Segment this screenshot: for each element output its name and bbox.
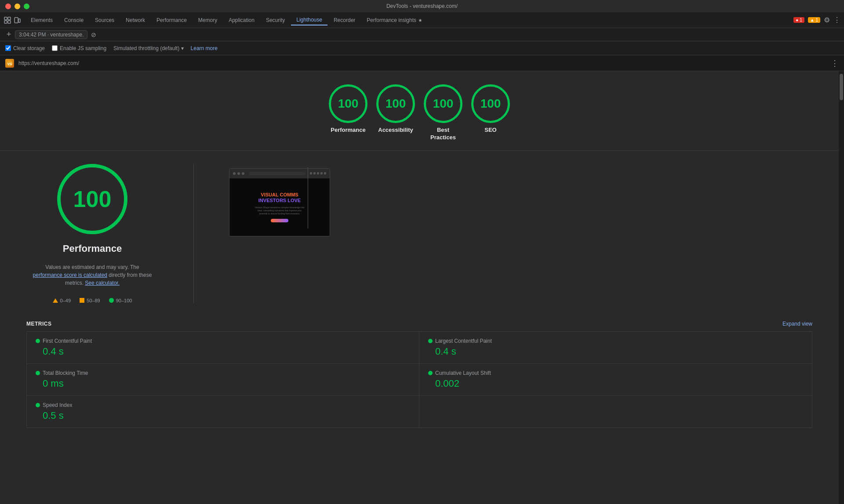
- tab-lighthouse[interactable]: Lighthouse: [291, 15, 327, 25]
- perf-score-link[interactable]: performance score is calculated: [33, 272, 107, 278]
- inspect-icon[interactable]: [4, 16, 11, 24]
- calculator-link[interactable]: See calculator.: [85, 280, 120, 286]
- si-dot: [36, 403, 40, 407]
- svg-rect-0: [4, 17, 7, 20]
- add-tab-button[interactable]: +: [4, 30, 13, 39]
- enable-js-checkbox[interactable]: [52, 45, 58, 51]
- tab-memory[interactable]: Memory: [193, 15, 222, 25]
- svg-rect-2: [4, 21, 7, 23]
- metric-lcp-value: 0.4 s: [428, 346, 803, 357]
- tab-performance[interactable]: Performance: [151, 15, 192, 25]
- legend-pass: 90–100: [109, 298, 132, 303]
- session-selector[interactable]: 3:04:42 PM · ventureshape.: [15, 30, 87, 39]
- metric-si-value: 0.5 s: [36, 410, 410, 421]
- fail-icon: [53, 298, 58, 303]
- score-best-practices: 100 BestPractices: [424, 84, 462, 141]
- close-button[interactable]: [5, 4, 11, 9]
- score-seo: 100 SEO: [471, 84, 510, 141]
- learn-more-link[interactable]: Learn more: [191, 45, 218, 51]
- detail-title: Performance: [63, 243, 122, 254]
- svg-rect-5: [18, 19, 20, 22]
- tab-performance-insights[interactable]: Performance insights: [361, 15, 428, 25]
- site-thumbnail: VISUAL COMMS INVESTORS LOVE Venture Shap…: [229, 168, 330, 236]
- error-badge: ● 1: [793, 17, 804, 23]
- seo-label: SEO: [484, 127, 496, 134]
- maximize-button[interactable]: [24, 4, 29, 9]
- enable-js-label: Enable JS sampling: [60, 45, 106, 51]
- tab-network[interactable]: Network: [120, 15, 150, 25]
- cls-dot: [428, 371, 433, 375]
- scrollbar-thumb[interactable]: [840, 74, 843, 100]
- more-options-icon[interactable]: ⋮: [833, 16, 840, 24]
- enable-js-option[interactable]: Enable JS sampling: [52, 45, 106, 51]
- metric-fcp-value: 0.4 s: [36, 346, 410, 357]
- svg-text:VS: VS: [7, 62, 12, 66]
- expand-view-button[interactable]: Expand view: [782, 321, 812, 327]
- scores-row: 100 Performance 100 Accessibility 100 Be…: [0, 71, 839, 150]
- main-content: 100 Performance 100 Accessibility 100 Be…: [0, 71, 844, 504]
- svg-rect-1: [8, 17, 11, 20]
- accessibility-circle[interactable]: 100: [376, 84, 415, 123]
- cancel-button[interactable]: ⊘: [89, 30, 98, 39]
- score-legend: 0–49 50–89 90–100: [53, 298, 132, 303]
- metric-tbt: Total Blocking Time 0 ms: [27, 364, 419, 396]
- tab-console[interactable]: Console: [59, 15, 89, 25]
- clear-storage-checkbox[interactable]: [5, 45, 11, 51]
- avg-icon: [80, 298, 84, 303]
- best-practices-label: BestPractices: [430, 127, 456, 141]
- tab-elements[interactable]: Elements: [25, 15, 58, 25]
- window-title: DevTools - ventureshape.com/: [386, 3, 458, 9]
- url-more-button[interactable]: ⋮: [831, 58, 839, 68]
- tab-application[interactable]: Application: [223, 15, 260, 25]
- pass-icon: [109, 298, 114, 303]
- svg-rect-3: [8, 21, 11, 23]
- detail-right: VISUAL COMMS INVESTORS LOVE Venture Shap…: [229, 164, 812, 236]
- metric-si-name: Speed Index: [36, 402, 410, 408]
- lighthouse-toolbar: + 3:04:42 PM · ventureshape. ⊘: [0, 28, 844, 41]
- metrics-header: METRICS Expand view: [26, 316, 812, 332]
- window-controls: [5, 4, 29, 9]
- tbt-dot: [36, 371, 40, 375]
- thumb-body: VISUAL COMMS INVESTORS LOVE Venture Shap…: [229, 178, 330, 236]
- thumb-cta-button: [271, 219, 288, 222]
- tab-recorder[interactable]: Recorder: [328, 15, 360, 25]
- thumb-toolbar: [229, 169, 330, 178]
- detail-left: 100 Performance Values are estimated and…: [26, 164, 158, 303]
- minimize-button[interactable]: [15, 4, 20, 9]
- clear-storage-label: Clear storage: [13, 45, 45, 51]
- big-performance-circle[interactable]: 100: [57, 164, 127, 234]
- tab-bar-actions: ● 1 ▲ 1 ⚙ ⋮: [793, 16, 840, 24]
- detail-desc: Values are estimated and may vary. The p…: [31, 263, 154, 287]
- metrics-grid: First Contentful Paint 0.4 s Largest Con…: [26, 332, 812, 428]
- scrollbar[interactable]: [839, 71, 844, 504]
- legend-fail: 0–49: [53, 298, 71, 303]
- performance-circle[interactable]: 100: [329, 84, 367, 123]
- detail-separator: [193, 164, 194, 303]
- metric-fcp: First Contentful Paint 0.4 s: [27, 332, 419, 364]
- metric-tbt-value: 0 ms: [36, 378, 410, 389]
- thumb-dot1: [233, 172, 236, 175]
- title-bar: DevTools - ventureshape.com/: [0, 0, 844, 12]
- clear-storage-option[interactable]: Clear storage: [5, 45, 45, 51]
- thumb-dot2: [237, 172, 240, 175]
- best-practices-circle[interactable]: 100: [424, 84, 462, 123]
- metric-empty: [419, 396, 812, 428]
- throttle-selector[interactable]: Simulated throttling (default) ▾: [113, 45, 183, 51]
- settings-icon[interactable]: ⚙: [824, 16, 830, 24]
- metric-tbt-name: Total Blocking Time: [36, 370, 410, 376]
- device-icon[interactable]: [13, 16, 21, 24]
- devtools-tab-bar: Elements Console Sources Network Perform…: [0, 12, 844, 28]
- thumb-url-bar: [249, 172, 306, 175]
- detail-section: 100 Performance Values are estimated and…: [0, 151, 839, 316]
- metrics-title: METRICS: [26, 321, 52, 327]
- tab-sources[interactable]: Sources: [90, 15, 120, 25]
- metric-lcp: Largest Contentful Paint 0.4 s: [419, 332, 812, 364]
- performance-label: Performance: [331, 127, 365, 134]
- tab-security[interactable]: Security: [261, 15, 290, 25]
- seo-circle[interactable]: 100: [471, 84, 510, 123]
- lcp-dot: [428, 339, 433, 343]
- devtools-icons: [4, 16, 21, 24]
- warn-badge: ▲ 1: [808, 17, 820, 23]
- fcp-dot: [36, 339, 40, 343]
- metric-si: Speed Index 0.5 s: [27, 396, 419, 428]
